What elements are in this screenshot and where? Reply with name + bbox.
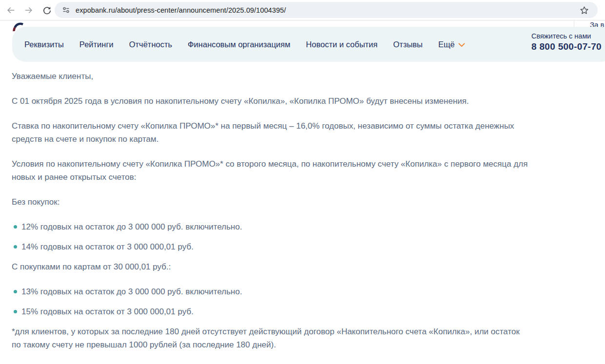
no-purchases-list: 12% годовых на остаток до 3 000 000 руб.… xyxy=(12,220,531,253)
list-item: 13% годовых на остаток до 3 000 000 руб.… xyxy=(12,285,531,298)
nav-item-rekvizity[interactable]: Реквизиты xyxy=(24,40,64,49)
bookmark-star-icon[interactable] xyxy=(578,4,590,16)
contact-phone[interactable]: 8 800 500-07-70 xyxy=(531,41,605,52)
list-item: 15% годовых на остаток от 3 000 000,01 р… xyxy=(12,305,531,318)
promo-rate-paragraph: Ставка по накопительному счету «Копилка … xyxy=(12,119,531,146)
nav-menu: Реквизиты Рейтинги Отчётность Финансовым… xyxy=(24,40,465,49)
site-settings-icon[interactable] xyxy=(60,5,71,16)
list-item: 12% годовых на остаток до 3 000 000 руб.… xyxy=(12,220,531,233)
url-text[interactable]: expobank.ru/about/press-center/announcem… xyxy=(76,6,286,14)
chevron-down-icon xyxy=(458,43,465,47)
contact-label: Свяжитесь с нами xyxy=(531,32,605,40)
nav-item-novosti-i-sobytiya[interactable]: Новости и события xyxy=(306,40,378,49)
intro-paragraph: С 01 октября 2025 года в условия по нако… xyxy=(12,95,531,108)
forward-arrow-icon xyxy=(24,5,34,15)
nav-item-finansovym-organizatsiyam[interactable]: Финансовым организациям xyxy=(188,40,291,49)
back-arrow-icon xyxy=(6,5,16,15)
announcement-article: Уважаемые клиенты, С 01 октября 2025 год… xyxy=(0,62,605,351)
reload-icon xyxy=(42,6,52,15)
browser-back-button[interactable] xyxy=(5,4,17,16)
no-purchases-heading: Без покупок: xyxy=(12,195,531,209)
conditions-paragraph: Условия по накопительному счету «Копилка… xyxy=(12,157,531,184)
browser-reload-button[interactable] xyxy=(41,4,53,16)
browser-toolbar: expobank.ru/about/press-center/announcem… xyxy=(0,0,605,20)
greeting-paragraph: Уважаемые клиенты, xyxy=(12,70,531,83)
site-navigation-bar: Реквизиты Рейтинги Отчётность Финансовым… xyxy=(12,27,605,62)
contact-block: Свяжитесь с нами 8 800 500-07-70 xyxy=(531,32,605,52)
nav-item-more-label: Ещё xyxy=(438,40,455,49)
with-purchases-list: 13% годовых на остаток до 3 000 000 руб.… xyxy=(12,285,531,318)
browser-forward-button[interactable] xyxy=(23,4,35,16)
with-purchases-heading: С покупками по картам от 30 000,01 руб.: xyxy=(12,260,531,273)
nav-item-reytingi[interactable]: Рейтинги xyxy=(79,40,114,49)
nav-item-otchetnost[interactable]: Отчётность xyxy=(129,40,172,49)
nav-item-otzyvy[interactable]: Отзывы xyxy=(393,40,423,49)
nav-item-more[interactable]: Ещё xyxy=(438,40,465,49)
address-bar[interactable]: expobank.ru/about/press-center/announcem… xyxy=(55,2,598,18)
footnote-paragraph: *для клиентов, у которых за последние 18… xyxy=(12,325,531,351)
list-item: 14% годовых на остаток от 3 000 000,01 р… xyxy=(12,240,531,253)
